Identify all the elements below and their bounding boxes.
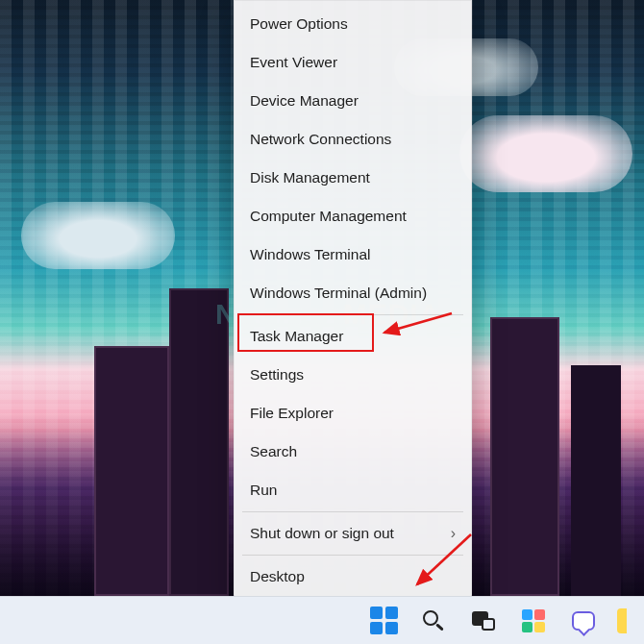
search-icon (423, 610, 444, 632)
menu-item-device-manager[interactable]: Device Manager (235, 82, 471, 120)
menu-item-windows-terminal-admin[interactable]: Windows Terminal (Admin) (235, 274, 471, 312)
menu-item-desktop[interactable]: Desktop (235, 557, 471, 596)
menu-item-task-manager[interactable]: Task Manager (235, 317, 471, 356)
menu-item-label: Run (250, 482, 277, 499)
taskbar-partial-button[interactable] (613, 601, 627, 641)
menu-item-label: Disk Management (250, 169, 370, 186)
power-user-menu: Power Options Event Viewer Device Manage… (234, 0, 472, 603)
chat-icon (572, 611, 595, 631)
menu-item-label: Event Viewer (250, 54, 337, 71)
task-view-button[interactable] (463, 601, 504, 641)
menu-item-label: Device Manager (250, 92, 359, 110)
menu-item-label: Windows Terminal (250, 246, 370, 263)
menu-item-computer-management[interactable]: Computer Management (235, 197, 471, 235)
task-view-icon (472, 611, 495, 631)
menu-item-shutdown[interactable]: Shut down or sign out › (235, 514, 471, 553)
start-icon (370, 607, 398, 634)
menu-separator (242, 511, 463, 512)
menu-item-event-viewer[interactable]: Event Viewer (235, 43, 471, 82)
widgets-button[interactable] (513, 601, 554, 641)
taskbar-icon-row (363, 597, 627, 644)
chat-button[interactable] (563, 601, 604, 641)
chevron-right-icon: › (451, 525, 456, 542)
menu-item-power-options[interactable]: Power Options (235, 5, 471, 43)
menu-item-label: Network Connections (250, 131, 391, 148)
explorer-icon (617, 608, 627, 633)
menu-item-label: Shut down or sign out (250, 525, 394, 542)
menu-item-label: Desktop (250, 568, 305, 585)
menu-item-label: Search (250, 443, 297, 460)
taskbar (0, 596, 644, 644)
menu-separator (242, 555, 463, 556)
menu-item-windows-terminal[interactable]: Windows Terminal (235, 235, 471, 274)
menu-item-search[interactable]: Search (235, 433, 471, 471)
start-button[interactable] (363, 601, 404, 641)
menu-item-label: Computer Management (250, 208, 407, 225)
menu-item-label: Windows Terminal (Admin) (250, 285, 427, 302)
menu-item-settings[interactable]: Settings (235, 356, 471, 394)
menu-separator (242, 314, 463, 315)
menu-item-label: Settings (250, 366, 304, 384)
menu-item-label: Task Manager (250, 328, 343, 345)
menu-item-label: File Explorer (250, 405, 334, 422)
taskbar-search-button[interactable] (413, 601, 454, 641)
widgets-icon (522, 609, 545, 632)
menu-item-run[interactable]: Run (235, 471, 471, 509)
menu-item-label: Power Options (250, 15, 348, 33)
menu-item-network-connections[interactable]: Network Connections (235, 120, 471, 159)
menu-item-file-explorer[interactable]: File Explorer (235, 394, 471, 433)
menu-item-disk-management[interactable]: Disk Management (235, 159, 471, 197)
